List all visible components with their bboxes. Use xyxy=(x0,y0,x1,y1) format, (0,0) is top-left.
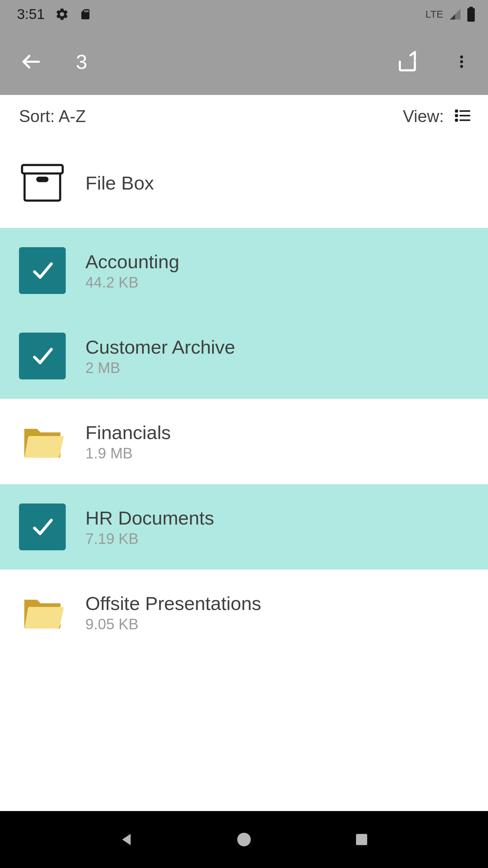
item-text: Offsite Presentations 9.05 KB xyxy=(85,592,261,633)
status-left: 3:51 xyxy=(17,6,92,22)
app-bar: 3 xyxy=(0,28,488,95)
list-item-folder[interactable]: Offsite Presentations 9.05 KB xyxy=(0,570,488,655)
item-size-label: 2 MB xyxy=(85,359,235,376)
item-name-label: HR Documents xyxy=(85,507,214,529)
item-name-label: File Box xyxy=(85,172,154,194)
item-size-label: 9.05 KB xyxy=(85,616,261,633)
item-size-label: 44.2 KB xyxy=(85,274,179,291)
folder-icon xyxy=(19,589,66,636)
item-name-label: Financials xyxy=(85,421,171,443)
svg-point-14 xyxy=(237,833,251,846)
sd-card-icon xyxy=(79,7,92,22)
checkbox-selected[interactable] xyxy=(19,333,66,379)
item-name-label: Accounting xyxy=(85,251,179,273)
list-item-folder[interactable]: HR Documents 7.19 KB xyxy=(0,484,488,570)
filebox-icon xyxy=(19,159,66,206)
svg-point-5 xyxy=(460,65,463,68)
list-item-folder[interactable]: Financials 1.9 MB xyxy=(0,399,488,484)
back-button[interactable] xyxy=(18,48,45,75)
signal-icon xyxy=(449,8,462,21)
item-size-label: 1.9 MB xyxy=(85,445,171,462)
folder-icon xyxy=(19,418,66,465)
item-name-label: Offsite Presentations xyxy=(85,592,261,614)
status-time: 3:51 xyxy=(17,6,45,22)
svg-rect-9 xyxy=(460,115,470,117)
item-size-label: 7.19 KB xyxy=(85,530,214,547)
list-item-folder[interactable]: Accounting 44.2 KB xyxy=(0,228,488,313)
file-list: File Box Accounting 44.2 KB Customer Arc… xyxy=(0,138,488,655)
item-text: HR Documents 7.19 KB xyxy=(85,507,214,547)
system-nav-bar xyxy=(0,811,488,868)
svg-rect-8 xyxy=(455,114,458,117)
svg-rect-12 xyxy=(22,165,63,174)
svg-rect-1 xyxy=(469,7,473,9)
svg-rect-10 xyxy=(455,119,458,122)
view-list-icon[interactable] xyxy=(453,106,472,126)
svg-rect-11 xyxy=(460,119,470,121)
item-text: Customer Archive 2 MB xyxy=(85,336,235,376)
view-group: View: xyxy=(403,106,472,126)
checkbox-selected[interactable] xyxy=(19,504,66,550)
list-item-folder[interactable]: Customer Archive 2 MB xyxy=(0,313,488,399)
checkbox-selected[interactable] xyxy=(19,247,66,294)
nav-back-button[interactable] xyxy=(113,826,140,853)
view-label: View: xyxy=(403,106,444,126)
app-bar-actions xyxy=(394,48,475,75)
lte-indicator: LTE xyxy=(425,8,443,20)
svg-rect-6 xyxy=(455,110,458,113)
share-button[interactable] xyxy=(394,48,421,75)
item-text: Financials 1.9 MB xyxy=(85,421,171,462)
battery-icon xyxy=(467,7,475,22)
item-text: Accounting 44.2 KB xyxy=(85,251,179,291)
sort-view-bar: Sort: A-Z View: xyxy=(0,95,488,138)
more-options-button[interactable] xyxy=(448,48,475,75)
selection-count: 3 xyxy=(76,50,394,74)
svg-rect-7 xyxy=(460,110,470,112)
svg-point-4 xyxy=(460,60,463,63)
svg-rect-0 xyxy=(467,8,475,22)
settings-gear-icon xyxy=(55,7,69,21)
svg-rect-15 xyxy=(356,834,367,845)
svg-point-3 xyxy=(460,56,463,59)
sort-button[interactable]: Sort: A-Z xyxy=(19,106,86,126)
nav-home-button[interactable] xyxy=(230,826,258,853)
item-text: File Box xyxy=(85,172,154,194)
status-bar: 3:51 LTE xyxy=(0,0,488,28)
list-item-filebox[interactable]: File Box xyxy=(0,138,488,228)
svg-rect-13 xyxy=(37,178,47,181)
item-name-label: Customer Archive xyxy=(85,336,235,358)
nav-recent-button[interactable] xyxy=(348,826,375,853)
status-right: LTE xyxy=(425,7,475,22)
